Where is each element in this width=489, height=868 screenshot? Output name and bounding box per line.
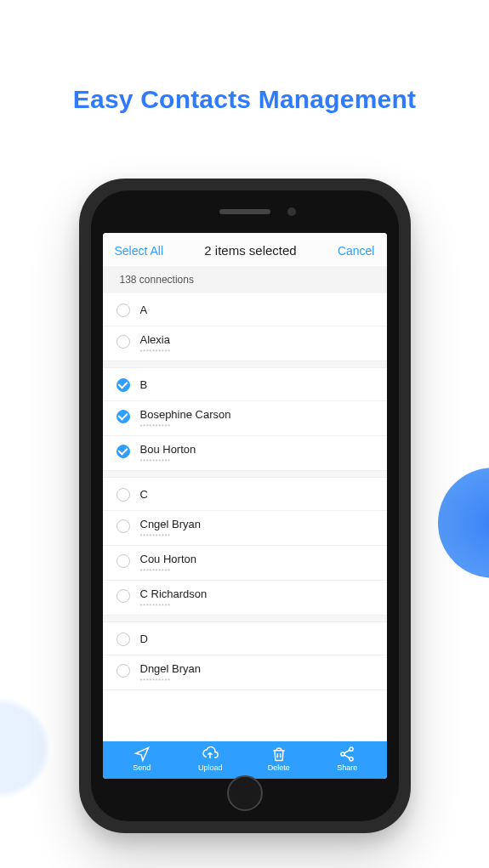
contact-name: Bosephine Carson — [140, 408, 373, 421]
section-header-d[interactable]: D — [103, 622, 387, 655]
section-letter: D — [140, 633, 373, 645]
section-divider — [103, 361, 387, 368]
connections-count: 138 connections — [103, 266, 387, 293]
radio-checked-icon[interactable] — [117, 410, 130, 423]
contact-name: Bou Horton — [140, 443, 373, 456]
contact-name: Cngel Bryan — [140, 518, 373, 530]
contact-name: Cou Horton — [140, 553, 373, 565]
contact-row[interactable]: Alexia ********** — [103, 326, 387, 361]
contact-row[interactable]: Bosephine Carson ********** — [103, 401, 387, 436]
contact-detail-masked: ********** — [140, 567, 373, 575]
nav-bar: Select All 2 items selected Cancel — [103, 233, 387, 266]
speaker — [219, 209, 270, 214]
section-header-b[interactable]: B — [103, 368, 387, 401]
section-letter: A — [140, 304, 373, 316]
cancel-button[interactable]: Cancel — [338, 244, 375, 258]
upload-icon — [202, 746, 219, 762]
radio-checked-icon[interactable] — [117, 445, 130, 458]
send-icon — [134, 746, 151, 762]
contact-detail-masked: ********** — [140, 457, 373, 465]
contact-row[interactable]: Bou Horton ********** — [103, 436, 387, 471]
radio-icon[interactable] — [117, 335, 130, 349]
svg-point-0 — [350, 747, 353, 751]
contact-name: C Richardson — [140, 587, 373, 600]
contact-name: Alexia — [140, 333, 373, 346]
contact-row[interactable]: C Richardson ********** — [103, 581, 387, 616]
radio-icon[interactable] — [117, 664, 130, 678]
select-all-button[interactable]: Select All — [115, 244, 164, 258]
radio-icon[interactable] — [117, 554, 130, 568]
share-label: Share — [337, 763, 357, 772]
section-header-a[interactable]: A — [103, 293, 387, 326]
share-button[interactable]: Share — [313, 746, 382, 772]
upload-label: Upload — [198, 763, 223, 772]
page-title: Easy Contacts Management — [0, 85, 489, 114]
home-button[interactable] — [227, 775, 263, 811]
contact-name: Dngel Bryan — [140, 662, 373, 675]
upload-button[interactable]: Upload — [176, 746, 245, 772]
contact-detail-masked: ********** — [140, 677, 373, 684]
section-letter: C — [140, 488, 373, 501]
app-screen: Select All 2 items selected Cancel 138 c… — [103, 233, 387, 779]
camera-dot — [287, 207, 296, 216]
radio-icon[interactable] — [117, 488, 130, 502]
bottom-toolbar: Send Upload Delete — [103, 741, 387, 779]
send-button[interactable]: Send — [108, 746, 177, 772]
radio-icon[interactable] — [117, 633, 130, 646]
svg-point-1 — [341, 752, 344, 756]
radio-icon[interactable] — [117, 304, 130, 317]
decorative-blob — [438, 468, 489, 578]
section-header-c[interactable]: C — [103, 478, 387, 511]
section-divider — [103, 471, 387, 478]
contact-detail-masked: ********** — [140, 348, 373, 355]
contact-row[interactable]: Cou Horton ********** — [103, 546, 387, 581]
contact-detail-masked: ********** — [140, 423, 373, 430]
decorative-blob — [0, 697, 51, 799]
delete-button[interactable]: Delete — [245, 746, 314, 772]
selection-count: 2 items selected — [204, 243, 296, 258]
phone-frame: Select All 2 items selected Cancel 138 c… — [79, 179, 411, 833]
section-divider — [103, 616, 387, 622]
contact-row[interactable]: Cngel Bryan ********** — [103, 511, 387, 546]
contacts-list[interactable]: A Alexia ********** B — [103, 293, 387, 741]
radio-icon[interactable] — [117, 589, 130, 603]
radio-icon[interactable] — [117, 519, 130, 533]
section-letter: B — [140, 378, 373, 391]
delete-label: Delete — [268, 763, 290, 772]
contact-detail-masked: ********** — [140, 602, 373, 610]
contact-detail-masked: ********** — [140, 532, 373, 540]
contact-row[interactable]: Dngel Bryan ********** — [103, 655, 387, 690]
send-label: Send — [133, 763, 151, 772]
phone-inner: Select All 2 items selected Cancel 138 c… — [91, 190, 399, 821]
svg-point-2 — [350, 757, 353, 761]
trash-icon — [270, 746, 287, 762]
radio-checked-icon[interactable] — [117, 378, 130, 392]
share-icon — [338, 746, 355, 762]
